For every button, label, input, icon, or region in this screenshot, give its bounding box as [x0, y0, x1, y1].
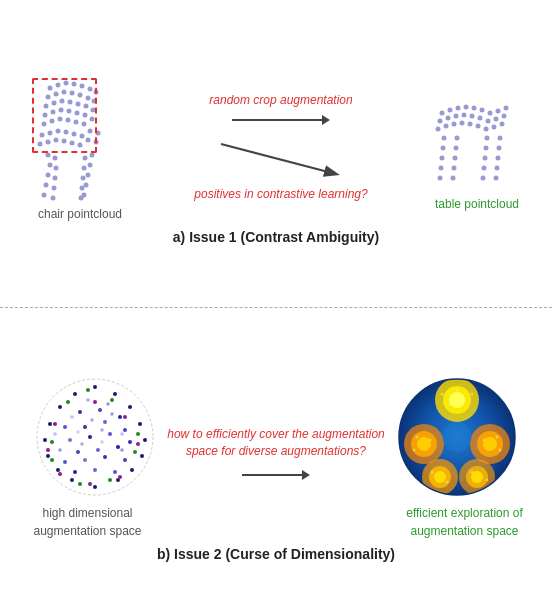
right-sphere-area: efficient exploration of augmentation sp…	[392, 372, 537, 538]
svg-point-66	[82, 165, 87, 170]
svg-point-186	[53, 422, 57, 426]
svg-point-26	[91, 107, 96, 112]
svg-point-215	[483, 439, 486, 442]
svg-point-168	[100, 440, 104, 444]
svg-point-48	[86, 137, 91, 142]
bottom-content: high dimensional augmentation space how …	[0, 372, 552, 538]
table-area: table pointcloud	[422, 83, 532, 211]
svg-point-11	[86, 95, 91, 100]
svg-point-78	[488, 110, 493, 115]
svg-point-110	[454, 145, 459, 150]
positives-annotation: positives in contrastive learning?	[194, 187, 367, 201]
svg-point-10	[78, 92, 83, 97]
svg-line-70	[221, 144, 336, 174]
svg-point-101	[440, 155, 445, 160]
svg-point-213	[496, 436, 499, 439]
bottom-arrow-head	[302, 470, 310, 480]
svg-point-38	[72, 131, 77, 136]
svg-point-6	[46, 94, 51, 99]
svg-point-20	[43, 112, 48, 117]
svg-point-206	[456, 389, 459, 392]
svg-point-100	[441, 145, 446, 150]
svg-point-208	[449, 403, 452, 406]
svg-point-122	[113, 392, 117, 396]
svg-point-171	[86, 388, 90, 392]
svg-point-50	[46, 152, 51, 157]
table-svg	[422, 83, 532, 193]
svg-point-157	[86, 398, 90, 402]
left-sphere-label-line2: augmentation space	[33, 524, 141, 538]
svg-point-137	[98, 408, 102, 412]
svg-point-146	[128, 440, 132, 444]
svg-point-126	[138, 422, 142, 426]
top-arrow	[232, 115, 330, 125]
svg-point-173	[136, 432, 140, 436]
svg-point-29	[58, 116, 63, 121]
svg-point-8	[62, 89, 67, 94]
svg-point-68	[80, 185, 85, 190]
svg-point-162	[53, 432, 57, 436]
svg-point-109	[455, 135, 460, 140]
left-sphere-label-line1: high dimensional	[42, 506, 132, 520]
svg-point-36	[56, 128, 61, 133]
svg-point-62	[53, 175, 58, 180]
svg-point-181	[136, 442, 140, 446]
svg-point-210	[416, 436, 419, 439]
svg-point-151	[83, 458, 87, 462]
svg-point-142	[123, 428, 127, 432]
middle-area: random crop augmentation	[140, 93, 422, 201]
svg-point-141	[103, 420, 107, 424]
svg-point-67	[81, 175, 86, 180]
svg-point-24	[75, 110, 80, 115]
svg-point-170	[66, 400, 70, 404]
svg-point-47	[78, 142, 83, 147]
svg-point-143	[68, 438, 72, 442]
svg-point-74	[456, 105, 461, 110]
svg-point-131	[56, 468, 60, 472]
svg-point-133	[70, 478, 74, 482]
svg-point-153	[123, 458, 127, 462]
svg-point-39	[80, 133, 85, 138]
svg-point-51	[48, 162, 53, 167]
svg-point-117	[482, 165, 487, 170]
svg-point-135	[93, 485, 97, 489]
svg-point-118	[481, 175, 486, 180]
svg-point-90	[436, 126, 441, 131]
svg-point-4	[80, 83, 85, 88]
svg-point-174	[133, 450, 137, 454]
svg-point-140	[83, 425, 87, 429]
svg-point-0	[48, 85, 53, 90]
svg-point-145	[108, 432, 112, 436]
svg-point-80	[504, 105, 509, 110]
scatter-sphere-svg	[30, 372, 160, 502]
svg-point-204	[442, 422, 472, 452]
svg-point-79	[496, 108, 501, 113]
svg-point-52	[46, 172, 51, 177]
svg-point-111	[453, 155, 458, 160]
svg-point-12	[94, 89, 99, 94]
svg-point-102	[439, 165, 444, 170]
svg-point-169	[120, 448, 124, 452]
chair-image	[20, 73, 140, 203]
svg-point-219	[486, 479, 489, 482]
svg-point-182	[118, 475, 122, 479]
middle-bottom: how to efficiently cover the augmentatio…	[160, 426, 392, 484]
svg-point-57	[86, 172, 91, 177]
svg-point-45	[62, 138, 67, 143]
svg-point-150	[63, 460, 67, 464]
svg-point-99	[442, 135, 447, 140]
svg-point-75	[464, 104, 469, 109]
svg-point-103	[438, 175, 443, 180]
chair-svg	[20, 73, 140, 203]
svg-point-55	[90, 152, 95, 157]
question-text: how to efficiently cover the augmentatio…	[165, 426, 387, 460]
svg-point-88	[494, 116, 499, 121]
svg-point-139	[63, 425, 67, 429]
svg-point-176	[78, 482, 82, 486]
svg-point-33	[90, 116, 95, 121]
svg-point-82	[446, 115, 451, 120]
svg-point-91	[444, 123, 449, 128]
svg-point-61	[54, 165, 59, 170]
svg-point-149	[116, 445, 120, 449]
svg-point-84	[462, 112, 467, 117]
